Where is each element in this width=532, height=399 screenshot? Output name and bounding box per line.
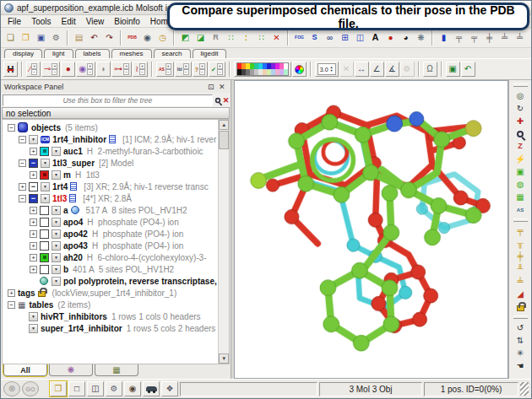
item-dropdown-icon[interactable]: ▼ (52, 206, 61, 215)
save-file-button[interactable]: ▣ (34, 30, 48, 45)
open-file-button[interactable]: ❒ (19, 30, 33, 45)
store-view-button[interactable]: ▣ (446, 62, 460, 77)
collapse-icon[interactable]: − (19, 136, 26, 143)
z-rotate-view-button[interactable]: Z (511, 140, 529, 153)
mesh-toggle-button[interactable]: ▦ (511, 191, 529, 203)
animation-drive-button[interactable] (143, 381, 160, 396)
item-dropdown-icon[interactable]: ▼ (52, 253, 61, 262)
ball-style-spinner[interactable]: +− (123, 63, 129, 75)
visibility-checkbox[interactable] (40, 170, 49, 180)
filter-clear-icon[interactable]: ✕ (223, 96, 230, 105)
residue-label-spinner[interactable]: +− (166, 63, 171, 75)
item-dropdown-icon[interactable]: ▼ (41, 182, 50, 191)
fog-toggle-button[interactable]: FOG (292, 30, 307, 45)
expand-icon[interactable]: + (19, 183, 26, 191)
visibility-checkbox[interactable] (40, 241, 49, 251)
move-tool-button[interactable]: ✕ (339, 62, 354, 77)
item-dropdown-icon[interactable]: ▼ (52, 218, 61, 227)
expand-icon[interactable]: + (30, 242, 37, 250)
split-window-layout-button[interactable]: ◫ (87, 381, 104, 396)
toolbar-handle[interactable] (513, 315, 528, 319)
pdb-search-button[interactable]: PDB (125, 30, 139, 45)
tab-meshes[interactable]: meshes (111, 49, 152, 58)
skin-style-button[interactable]: ◉+− (76, 62, 95, 77)
selection-mode-button[interactable]: ∷ (254, 30, 269, 45)
tab-labels[interactable]: labels (75, 49, 110, 58)
tethers-tool-button[interactable]: ⚙ (400, 62, 415, 77)
molecule-3d-view[interactable] (235, 81, 508, 378)
rotate-view-button[interactable]: ↻ (511, 102, 529, 115)
stereo-toggle-button[interactable]: S (307, 30, 322, 45)
menu-tools[interactable]: Tools (26, 17, 56, 26)
visibility-checkbox[interactable] (40, 147, 49, 156)
site-label-spinner[interactable]: +− (217, 63, 223, 75)
menu-bioinfo[interactable]: Bioinfo (109, 17, 145, 26)
skin-style-spinner[interactable]: +− (87, 63, 93, 75)
expand-icon[interactable]: + (8, 289, 15, 297)
hydrogens-toggle-button[interactable]: H (3, 62, 18, 77)
clip-tool-5-button[interactable]: ╧ (513, 30, 527, 45)
expand-icon[interactable]: + (30, 218, 37, 226)
expand-icon[interactable]: + (30, 254, 37, 262)
item-dropdown-icon[interactable]: ▼ (52, 229, 61, 239)
tree-item-apo4[interactable]: +▼apo4H phosphate (PO4-) ion (3, 216, 229, 228)
tab-all[interactable]: All (3, 364, 47, 376)
clip-front-plane-button[interactable]: ╤ (511, 224, 529, 237)
high-quality-render-button[interactable]: ❖ (161, 381, 178, 396)
tree-item-1tl3[interactable]: −−▼1tl3[4*] XR; 2.8Å (3, 192, 229, 204)
surface-style-button[interactable]: ◗ (96, 62, 111, 77)
zoom-view-button[interactable] (511, 127, 529, 140)
search-databases-button[interactable]: ◉ (140, 30, 155, 45)
atom-label-spinner[interactable]: +− (183, 63, 189, 75)
tree-filter-input[interactable] (3, 94, 213, 106)
collapse-icon[interactable]: − (8, 124, 15, 132)
scrollbar-thumb[interactable] (219, 131, 229, 149)
clip-tool-3-button[interactable]: ╪ (482, 30, 497, 45)
tab-search[interactable]: search (154, 49, 191, 58)
expand-icon[interactable]: + (30, 266, 37, 273)
visibility-checkbox[interactable]: − (29, 182, 38, 191)
visibility-checkbox[interactable] (40, 253, 49, 262)
tree-item-a[interactable]: +▼a517 A 8 sites POL_HV1H2 (3, 204, 229, 216)
variable-label-spinner[interactable]: +− (199, 63, 205, 75)
tile-windows-button[interactable]: ⊞ (338, 30, 352, 45)
perspective-toggle-button[interactable]: ◍ (511, 178, 529, 191)
scroll-up-icon[interactable]: ▲ (219, 120, 229, 130)
fog-depth-button[interactable]: ◢ (511, 288, 529, 300)
tree-item-1rt4-inhibitor[interactable]: −▼ICM1rt4_inhibitor[1] ICM; 2.9Å; hiv-1 … (3, 133, 229, 145)
translate-view-button[interactable]: ✚ (511, 115, 529, 127)
visibility-checkbox[interactable] (40, 206, 49, 215)
ribbon-style-spinner[interactable]: +− (139, 63, 145, 75)
scroll-down-icon[interactable]: ▼ (219, 353, 229, 364)
visibility-checkbox[interactable] (40, 229, 49, 239)
propagate-selection-button[interactable]: ∷ (224, 30, 238, 45)
resize-grip[interactable] (520, 382, 529, 396)
visibility-checkbox[interactable] (40, 218, 49, 227)
effects-tool-button[interactable]: ✳ (511, 347, 529, 359)
menu-file[interactable]: File (3, 17, 26, 26)
tree-item-hivrt-inhibitors[interactable]: ▼hivRT_inhibitors1 rows 1 cols 0 headers (3, 310, 229, 322)
tab-molecules[interactable]: ❋ (49, 364, 93, 376)
clip-tool-active-button[interactable]: ▮ (437, 30, 451, 45)
clip-tool-2-button[interactable]: ╤ (467, 30, 481, 45)
ribbon-style-button[interactable]: ≀+− (133, 62, 148, 77)
select-all-button[interactable]: ◩ (178, 30, 193, 45)
residue-label-button[interactable]: AS+− (156, 62, 174, 77)
toolbar-handle[interactable] (513, 218, 528, 222)
tree-item-1tl3-super[interactable]: −−▼1tl3_super[2] Model (3, 157, 229, 169)
collapse-icon[interactable]: − (19, 195, 26, 202)
clip-tool-6-button[interactable]: ╨ (528, 30, 532, 45)
lock-view-button[interactable] (511, 300, 529, 313)
xstick-style-button[interactable]: ⊸+− (41, 62, 60, 77)
panel-float-icon[interactable]: ⊡ (205, 83, 216, 91)
tab-display[interactable]: display (4, 49, 42, 58)
clip-back-plane-button[interactable]: ╥ (511, 237, 529, 250)
tab-ligedit[interactable]: ligedit (193, 49, 227, 58)
panel-close-icon[interactable]: ✕ (216, 83, 227, 91)
item-dropdown-icon[interactable]: ▼ (29, 135, 38, 144)
item-dropdown-icon[interactable]: ▼ (52, 241, 61, 251)
stop-script-button[interactable]: ⊗ (3, 381, 20, 396)
go-script-button[interactable]: GO (22, 381, 39, 396)
tree-item-super-1rt4-inhibitor[interactable]: ▼super_1rt4_inhibitor1 rows 5 cols 2 hea… (3, 322, 229, 334)
clear-selection-button[interactable]: ✕ (269, 30, 284, 45)
